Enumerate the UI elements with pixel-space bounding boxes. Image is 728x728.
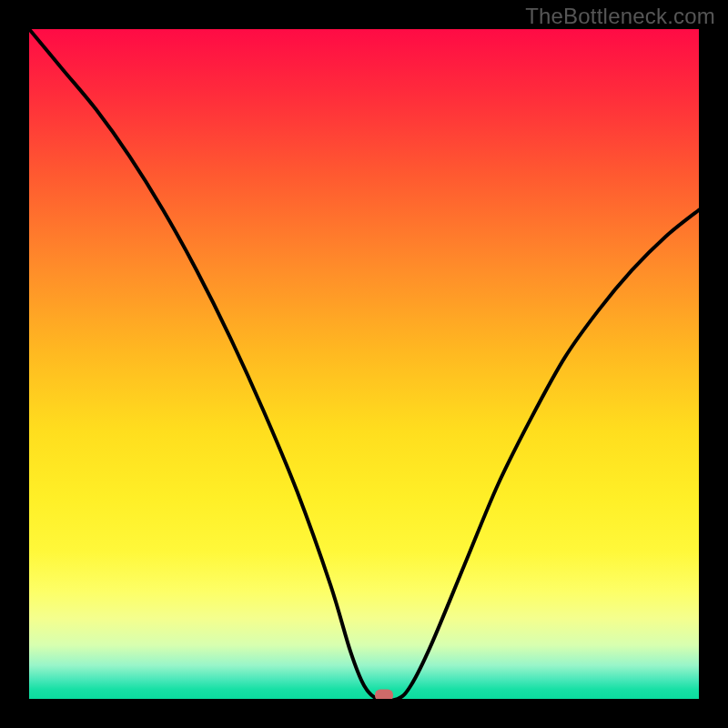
optimal-point-marker: [375, 690, 393, 699]
chart-frame: TheBottleneck.com: [0, 0, 728, 728]
bottleneck-curve: [29, 29, 699, 699]
watermark-text: TheBottleneck.com: [525, 4, 715, 29]
plot-area: [29, 29, 699, 699]
